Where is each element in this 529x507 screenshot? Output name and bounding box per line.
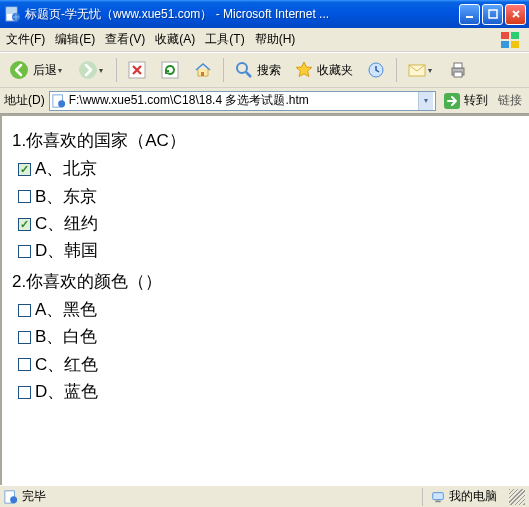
svg-point-8 [10,61,28,79]
toolbar: 后退 ▾ ▾ 搜索 收藏夹 ▾ [0,52,529,88]
ie-page-icon [52,94,66,108]
security-zone: 我的电脑 [422,488,505,506]
forward-button[interactable]: ▾ [73,56,111,84]
svg-rect-2 [466,16,473,18]
checkbox[interactable] [18,358,31,371]
svg-point-13 [237,63,247,73]
favorites-button[interactable]: 收藏夹 [289,56,358,84]
question-text: 1.你喜欢的国家（AC） [12,128,519,154]
star-icon [294,60,314,80]
checkbox[interactable] [18,386,31,399]
status-bar: 完毕 我的电脑 [0,485,529,507]
option-row: C、纽约 [18,211,519,237]
favorites-label: 收藏夹 [317,62,353,79]
history-button[interactable] [361,56,391,84]
option-label: C、纽约 [35,211,98,237]
svg-rect-25 [435,500,440,502]
menu-tools[interactable]: 工具(T) [205,31,244,48]
resize-grip[interactable] [509,489,525,505]
option-row: B、白色 [18,324,519,350]
search-icon [234,60,254,80]
back-label: 后退 [33,62,57,79]
option-row: C、红色 [18,352,519,378]
option-label: B、白色 [35,324,97,350]
refresh-icon [160,60,180,80]
refresh-button[interactable] [155,56,185,84]
dropdown-arrow-icon: ▾ [58,66,65,75]
window-minimize-button[interactable] [459,4,480,25]
option-label: C、红色 [35,352,98,378]
checkbox[interactable] [18,304,31,317]
forward-icon [78,60,98,80]
svg-point-9 [79,61,97,79]
ie-page-icon [4,490,18,504]
option-label: A、黑色 [35,297,97,323]
address-text: F:\www.xue51.com\C18\18.4 多选考试题.htm [69,92,415,109]
window-titlebar: 标题页-学无忧（www.xue51.com） - Microsoft Inter… [0,0,529,28]
window-close-button[interactable] [505,4,526,25]
option-row: D、韩国 [18,238,519,264]
checkbox[interactable] [18,331,31,344]
checkbox[interactable] [18,163,31,176]
back-button[interactable]: 后退 ▾ [4,56,70,84]
window-title: 标题页-学无忧（www.xue51.com） - Microsoft Inter… [25,6,459,23]
menu-edit[interactable]: 编辑(E) [55,31,95,48]
menu-help[interactable]: 帮助(H) [255,31,296,48]
svg-rect-4 [501,32,509,39]
svg-rect-12 [201,72,204,76]
option-row: D、蓝色 [18,379,519,405]
checkbox[interactable] [18,218,31,231]
search-label: 搜索 [257,62,281,79]
print-button[interactable] [443,56,473,84]
ie-page-icon [5,6,21,22]
status-text: 完毕 [22,488,46,505]
go-button[interactable]: 转到 [440,91,491,111]
home-icon [193,60,213,80]
svg-rect-7 [511,41,519,48]
links-label[interactable]: 链接 [495,92,525,109]
computer-icon [431,490,445,504]
option-label: A、北京 [35,156,97,182]
menu-favorites[interactable]: 收藏(A) [155,31,195,48]
go-icon [443,92,461,110]
svg-rect-3 [489,10,497,18]
dropdown-arrow-icon: ▾ [428,66,435,75]
option-row: B、东京 [18,184,519,210]
stop-icon [127,60,147,80]
home-button[interactable] [188,56,218,84]
option-label: B、东京 [35,184,97,210]
option-row: A、北京 [18,156,519,182]
svg-rect-18 [454,72,462,77]
search-button[interactable]: 搜索 [229,56,286,84]
svg-point-23 [10,496,17,503]
back-icon [9,60,29,80]
stop-button[interactable] [122,56,152,84]
menu-view[interactable]: 查看(V) [105,31,145,48]
zone-label: 我的电脑 [449,488,497,505]
page-content: 1.你喜欢的国家（AC） A、北京 B、东京 C、纽约 D、韩国 2.你喜欢的颜… [0,114,529,485]
svg-point-20 [58,100,65,107]
svg-rect-5 [511,32,519,39]
svg-rect-17 [454,63,462,68]
toolbar-separator [223,58,224,82]
go-label: 转到 [464,92,488,109]
svg-rect-11 [162,62,178,78]
address-bar: 地址(D) F:\www.xue51.com\C18\18.4 多选考试题.ht… [0,88,529,114]
mail-icon [407,60,427,80]
checkbox[interactable] [18,245,31,258]
windows-logo-icon [497,30,525,50]
option-label: D、韩国 [35,238,98,264]
print-icon [448,60,468,80]
menubar: 文件(F) 编辑(E) 查看(V) 收藏(A) 工具(T) 帮助(H) [0,28,529,52]
dropdown-arrow-icon: ▾ [99,66,106,75]
address-dropdown-button[interactable]: ▾ [418,92,433,110]
svg-rect-24 [433,492,444,499]
menu-file[interactable]: 文件(F) [6,31,45,48]
history-icon [366,60,386,80]
mail-button[interactable]: ▾ [402,56,440,84]
address-field[interactable]: F:\www.xue51.com\C18\18.4 多选考试题.htm ▾ [49,91,436,111]
toolbar-separator [116,58,117,82]
window-maximize-button[interactable] [482,4,503,25]
checkbox[interactable] [18,190,31,203]
question-text: 2.你喜欢的颜色（） [12,269,519,295]
